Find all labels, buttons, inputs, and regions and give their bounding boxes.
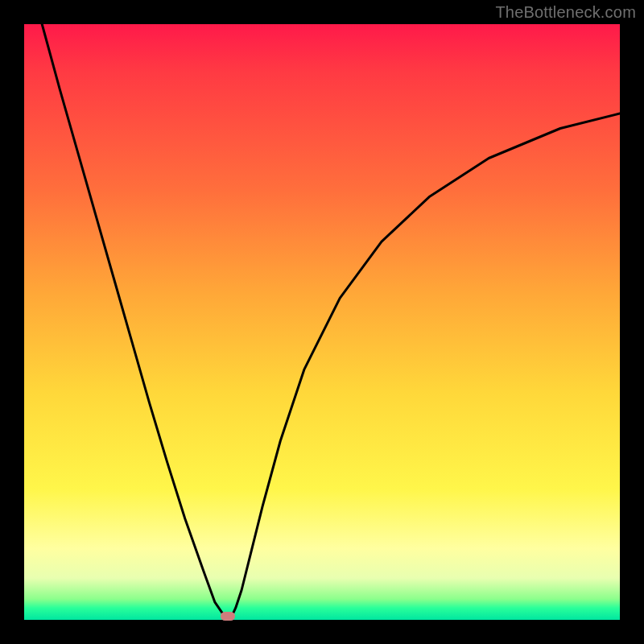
plot-area <box>24 24 620 620</box>
chart-frame <box>24 24 620 620</box>
watermark-text: TheBottleneck.com <box>495 3 636 22</box>
optimal-point-marker <box>221 612 235 621</box>
bottleneck-curve <box>24 24 620 620</box>
